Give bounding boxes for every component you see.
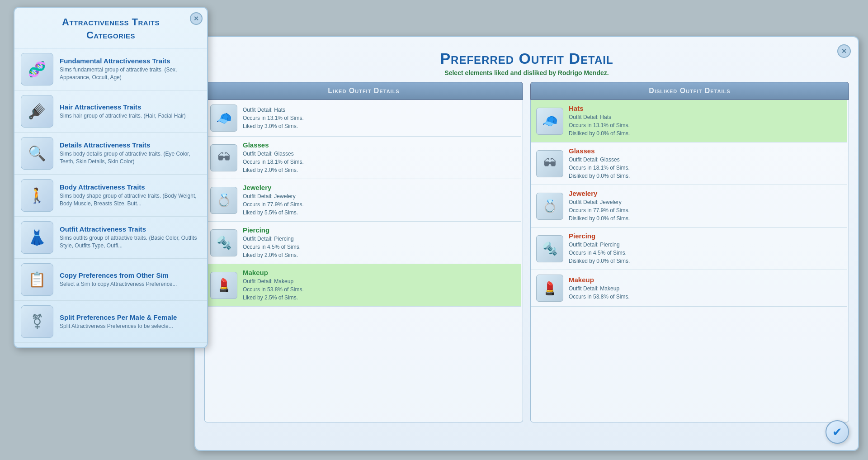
liked-item-detail-2: Liked by 5.5% of Sims. [243, 209, 304, 217]
disliked-item-detail-2: Occurs in 77.9% of Sims. [569, 206, 630, 214]
disliked-item-4[interactable]: 💄 Makeup Outfit Detail: MakeupOccurs in … [531, 270, 847, 307]
liked-item-icon-3: 🔩 [210, 229, 237, 256]
right-panel-title: Preferred Outfit Detail [204, 50, 849, 67]
disliked-item-detail-3: Outfit Detail: Piercing [569, 241, 630, 249]
category-desc-hair: Sims hair group of attractive traits. (H… [60, 112, 186, 120]
liked-item-name-2: Jewelery [243, 184, 304, 191]
category-icon-body: 🚶 [21, 179, 53, 212]
disliked-item-name-2: Jewelery [569, 190, 630, 197]
right-panel: Preferred Outfit Detail Select elements … [194, 36, 859, 451]
liked-item-detail-0: Outfit Detail: Hats [243, 106, 304, 114]
liked-item-icon-4: 💄 [210, 272, 237, 299]
category-icon-split: ⚧ [21, 305, 53, 338]
liked-item-0[interactable]: 🧢 Outfit Detail: HatsOccurs in 13.1% of … [205, 100, 521, 137]
category-title-copy: Copy Preferences from Other Sim [60, 271, 177, 279]
left-panel: Attractiveness TraitsCategories ✕ 🧬 Fund… [14, 7, 208, 348]
right-panel-header: Preferred Outfit Detail Select elements … [195, 37, 858, 82]
liked-item-name-4: Makeup [243, 269, 304, 276]
liked-item-1[interactable]: 🕶 Glasses Outfit Detail: GlassesOccurs i… [205, 137, 521, 179]
disliked-item-detail-1: Disliked by 0.0% of Sims. [569, 172, 630, 180]
category-item-body[interactable]: 🚶 Body Attractiveness Traits Sims body s… [14, 175, 207, 217]
liked-item-icon-0: 🧢 [210, 104, 237, 132]
disliked-column-header: Disliked Outfit Details [530, 82, 849, 100]
category-desc-outfit: Sims outfits group of attractive traits.… [60, 234, 201, 250]
disliked-item-detail-1: Outfit Detail: Glasses [569, 156, 630, 164]
disliked-item-icon-0: 🧢 [536, 108, 563, 135]
liked-item-detail-4: Outfit Detail: Makeup [243, 277, 304, 285]
category-desc-split: Split Attractiveness Preferences to be s… [60, 322, 177, 330]
category-icon-hair: 🪮 [21, 95, 53, 128]
liked-item-detail-4: Liked by 2.5% of Sims. [243, 294, 304, 302]
disliked-item-detail-1: Occurs in 18.1% of Sims. [569, 164, 630, 172]
disliked-item-icon-4: 💄 [536, 275, 563, 302]
liked-item-detail-3: Outfit Detail: Piercing [243, 235, 301, 243]
categories-list: 🧬 Fundamental Attractiveness Traits Sims… [14, 48, 207, 343]
columns-container: Liked Outfit Details 🧢 Outfit Detail: Ha… [195, 82, 858, 422]
category-item-fundamental[interactable]: 🧬 Fundamental Attractiveness Traits Sims… [14, 48, 207, 90]
liked-item-name-3: Piercing [243, 226, 301, 234]
category-icon-outfit: 👗 [21, 221, 53, 254]
disliked-item-name-3: Piercing [569, 232, 630, 240]
liked-item-detail-2: Outfit Detail: Jewelery [243, 192, 304, 200]
category-item-details[interactable]: 🔍 Details Attractiveness Traits Sims bod… [14, 133, 207, 175]
liked-items-list[interactable]: 🧢 Outfit Detail: HatsOccurs in 13.1% of … [204, 100, 523, 422]
category-item-split[interactable]: ⚧ Split Preferences Per Male & Female Sp… [14, 301, 207, 343]
category-desc-details: Sims body details group of attractive tr… [60, 150, 201, 166]
disliked-item-detail-4: Outfit Detail: Makeup [569, 285, 630, 293]
category-desc-body: Sims body shape group of attractive trai… [60, 192, 201, 208]
category-item-hair[interactable]: 🪮 Hair Attractiveness Traits Sims hair g… [14, 90, 207, 133]
liked-item-detail-1: Occurs in 18.1% of Sims. [243, 158, 304, 166]
liked-item-detail-4: Occurs in 53.8% of Sims. [243, 285, 304, 294]
disliked-item-1[interactable]: 🕶 Glasses Outfit Detail: GlassesOccurs i… [531, 142, 847, 185]
liked-item-3[interactable]: 🔩 Piercing Outfit Detail: PiercingOccurs… [205, 222, 521, 264]
category-title-details: Details Attractiveness Traits [60, 141, 201, 149]
liked-item-detail-0: Occurs in 13.1% of Sims. [243, 114, 304, 122]
disliked-item-name-0: Hats [569, 104, 630, 112]
left-panel-title: Attractiveness TraitsCategories [28, 16, 193, 42]
right-panel-subtitle: Select elements liked and disliked by Ro… [204, 69, 849, 76]
confirm-button[interactable]: ✔ [826, 420, 849, 444]
left-panel-header: Attractiveness TraitsCategories ✕ [14, 8, 207, 48]
category-item-outfit[interactable]: 👗 Outfit Attractiveness Traits Sims outf… [14, 217, 207, 259]
liked-column-header: Liked Outfit Details [204, 82, 523, 100]
category-title-body: Body Attractiveness Traits [60, 183, 201, 191]
category-icon-copy: 📋 [21, 263, 53, 296]
liked-item-name-1: Glasses [243, 141, 304, 149]
liked-item-detail-3: Liked by 2.0% of Sims. [243, 251, 301, 259]
disliked-item-detail-3: Occurs in 4.5% of Sims. [569, 249, 630, 257]
disliked-items-list[interactable]: 🧢 Hats Outfit Detail: HatsOccurs in 13.1… [530, 100, 849, 422]
disliked-item-0[interactable]: 🧢 Hats Outfit Detail: HatsOccurs in 13.1… [531, 100, 847, 142]
disliked-column: Disliked Outfit Details 🧢 Hats Outfit De… [530, 82, 849, 422]
liked-item-detail-1: Liked by 2.0% of Sims. [243, 166, 304, 174]
category-icon-fundamental: 🧬 [21, 53, 53, 85]
disliked-item-name-1: Glasses [569, 147, 630, 155]
liked-item-4[interactable]: 💄 Makeup Outfit Detail: MakeupOccurs in … [205, 264, 521, 307]
disliked-item-name-4: Makeup [569, 276, 630, 284]
liked-item-icon-2: 💍 [210, 187, 237, 214]
liked-item-detail-0: Liked by 3.0% of Sims. [243, 122, 304, 130]
disliked-item-detail-2: Disliked by 0.0% of Sims. [569, 214, 630, 223]
liked-column-header-text: Liked Outfit Details [328, 87, 399, 95]
disliked-item-detail-0: Outfit Detail: Hats [569, 113, 630, 121]
disliked-item-2[interactable]: 💍 Jewelery Outfit Detail: JeweleryOccurs… [531, 185, 847, 228]
disliked-item-detail-4: Occurs in 53.8% of Sims. [569, 293, 630, 301]
liked-column: Liked Outfit Details 🧢 Outfit Detail: Ha… [204, 82, 523, 422]
disliked-column-header-text: Disliked Outfit Details [649, 87, 730, 95]
liked-item-icon-1: 🕶 [210, 144, 237, 171]
disliked-item-icon-2: 💍 [536, 193, 563, 220]
category-title-fundamental: Fundamental Attractiveness Traits [60, 57, 201, 65]
disliked-item-3[interactable]: 🔩 Piercing Outfit Detail: PiercingOccurs… [531, 228, 847, 270]
disliked-item-detail-3: Disliked by 0.0% of Sims. [569, 257, 630, 265]
category-desc-copy: Select a Sim to copy Attractiveness Pref… [60, 280, 177, 288]
liked-item-detail-1: Outfit Detail: Glasses [243, 150, 304, 158]
disliked-item-detail-0: Occurs in 13.1% of Sims. [569, 121, 630, 129]
category-desc-fundamental: Sims fundamental group of attractive tra… [60, 66, 201, 81]
liked-item-detail-2: Occurs in 77.9% of Sims. [243, 200, 304, 209]
category-item-copy[interactable]: 📋 Copy Preferences from Other Sim Select… [14, 259, 207, 301]
right-panel-close-button[interactable]: ✕ [837, 44, 851, 58]
liked-item-2[interactable]: 💍 Jewelery Outfit Detail: JeweleryOccurs… [205, 179, 521, 222]
column-divider [523, 82, 530, 422]
left-panel-close-button[interactable]: ✕ [190, 12, 203, 25]
category-icon-details: 🔍 [21, 137, 53, 170]
disliked-item-icon-3: 🔩 [536, 235, 563, 262]
